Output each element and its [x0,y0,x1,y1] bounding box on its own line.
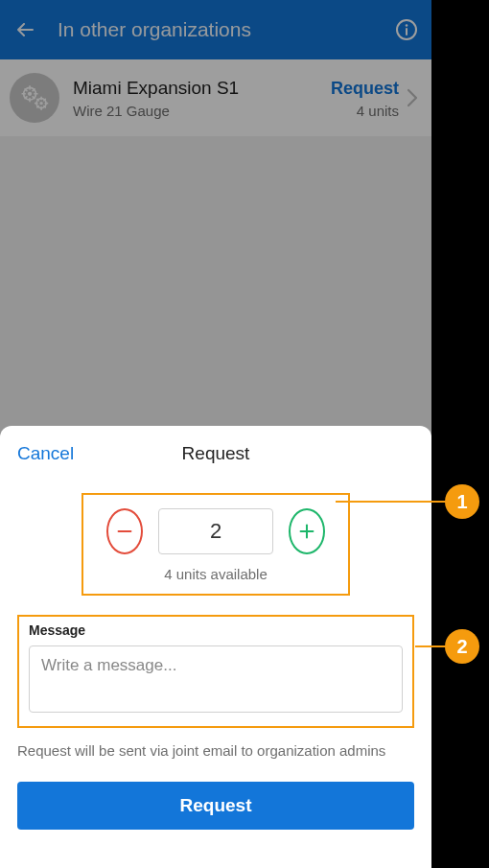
message-label: Message [29,622,403,638]
request-sheet: Cancel Request 4 units available Message… [0,426,431,868]
request-note: Request will be sent via joint email to … [17,741,414,761]
annotation-bubble: 1 [445,484,479,519]
annotation-number: 1 [456,491,467,513]
quantity-input[interactable] [158,508,273,554]
message-group: Message [17,615,414,728]
quantity-group: 4 units available [82,493,350,596]
units-available: 4 units available [106,566,325,582]
annotation-line [415,645,448,647]
annotation-number: 2 [456,636,467,658]
quantity-increase-button[interactable] [289,508,325,554]
quantity-decrease-button[interactable] [106,508,143,554]
annotation-bubble: 2 [445,629,479,664]
message-input[interactable] [29,645,403,713]
cancel-button[interactable]: Cancel [17,443,74,464]
request-submit-button[interactable]: Request [17,782,414,830]
annotation-line [336,501,448,503]
